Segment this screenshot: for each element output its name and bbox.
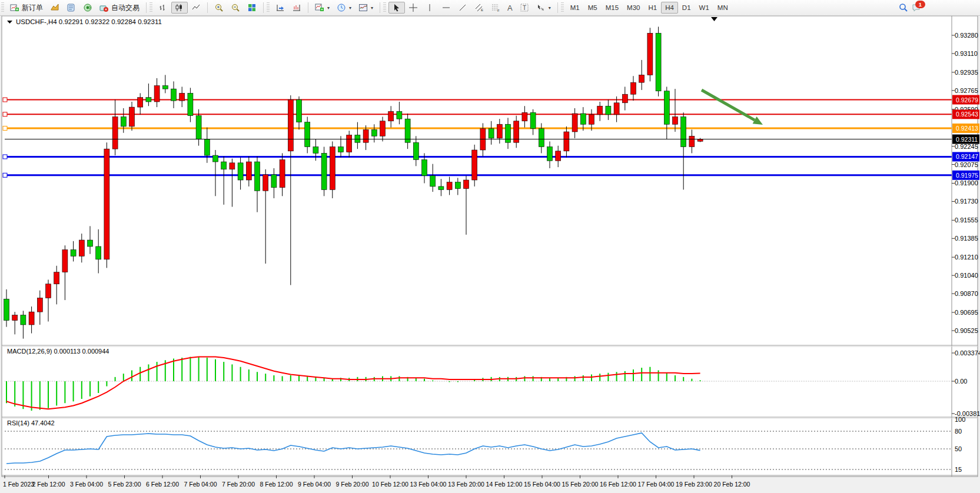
timeframe-group: M1M5M15M30H1H4D1W1MN bbox=[565, 1, 733, 15]
mt4-terminal-window: { "toolbar": { "new_order_label": "新订单",… bbox=[0, 0, 980, 493]
timeframe-button-M5[interactable]: M5 bbox=[584, 2, 602, 14]
tile-windows-icon bbox=[247, 3, 257, 12]
price-level-handle[interactable] bbox=[3, 98, 7, 102]
current-price-label: 0.92311 bbox=[956, 136, 978, 143]
candle bbox=[321, 153, 327, 189]
new-order-button[interactable]: 新订单 bbox=[6, 2, 46, 14]
chart-shift-button[interactable] bbox=[288, 2, 305, 14]
zoom-group bbox=[210, 1, 261, 15]
trendline-button[interactable] bbox=[454, 2, 471, 14]
candle bbox=[388, 111, 394, 121]
candle bbox=[564, 132, 569, 151]
timeframe-button-M30[interactable]: M30 bbox=[623, 2, 644, 14]
zoom-in-button[interactable] bbox=[211, 2, 227, 14]
macd-axis-label: 0.003374 bbox=[955, 349, 980, 357]
scroll-group bbox=[271, 1, 306, 15]
toolbar-grip[interactable] bbox=[1, 2, 4, 13]
svg-text:E: E bbox=[481, 8, 483, 12]
candle bbox=[96, 246, 101, 259]
candle bbox=[238, 163, 243, 180]
time-tick-label: 9 Feb 04:00 bbox=[298, 481, 331, 488]
auto-trading-button[interactable]: 自动交易 bbox=[96, 2, 143, 14]
dropdown-caret: ▾ bbox=[349, 5, 351, 11]
fibonacci-button[interactable]: F bbox=[487, 2, 504, 14]
zoom-out-button[interactable] bbox=[227, 2, 244, 14]
macd-label: MACD(12,26,9) 0.000113 0.000944 bbox=[7, 348, 109, 355]
price-tick-label: 0.91385 bbox=[955, 235, 978, 242]
candle bbox=[673, 116, 678, 124]
label-tool-button[interactable]: T bbox=[516, 2, 533, 14]
text-tool-button[interactable]: A bbox=[504, 2, 516, 14]
candle bbox=[54, 272, 59, 284]
timeframe-button-W1[interactable]: W1 bbox=[695, 2, 713, 14]
indicators-button[interactable]: ▾ bbox=[311, 2, 333, 14]
price-level-handle[interactable] bbox=[3, 112, 7, 116]
candle bbox=[246, 162, 251, 180]
svg-text:T: T bbox=[523, 5, 526, 11]
chart-background bbox=[2, 16, 978, 477]
crosshair-icon bbox=[408, 3, 418, 12]
time-tick-label: 16 Feb 12:00 bbox=[600, 481, 636, 488]
candle bbox=[313, 147, 318, 154]
chart-window: 0.932800.931100.929350.927650.925900.922… bbox=[0, 15, 980, 493]
candle bbox=[255, 162, 260, 191]
line-chart-button[interactable] bbox=[188, 2, 204, 14]
timeframe-button-M1[interactable]: M1 bbox=[566, 2, 584, 14]
candlestick-chart-button[interactable] bbox=[171, 2, 188, 14]
price-level-handle[interactable] bbox=[3, 126, 7, 130]
time-tick-label: 17 Feb 04:00 bbox=[638, 481, 675, 488]
templates-button[interactable]: ▾ bbox=[355, 2, 377, 14]
notifications-button[interactable]: 1 bbox=[912, 3, 921, 12]
timeframe-button-H4[interactable]: H4 bbox=[661, 2, 678, 14]
candle bbox=[656, 33, 661, 91]
auto-scroll-button[interactable] bbox=[272, 2, 288, 14]
arrows-tool-button[interactable]: ▾ bbox=[533, 2, 554, 14]
signals-button[interactable] bbox=[79, 2, 96, 14]
chart-shift-icon bbox=[292, 3, 301, 12]
cursor-button[interactable] bbox=[388, 2, 405, 14]
candle bbox=[305, 122, 310, 147]
candle bbox=[338, 147, 344, 152]
candle bbox=[506, 124, 511, 142]
periods-button[interactable]: ▾ bbox=[333, 2, 355, 14]
search-icon[interactable] bbox=[899, 3, 908, 12]
tile-windows-button[interactable] bbox=[244, 2, 260, 14]
equidistant-channel-button[interactable]: E bbox=[471, 2, 487, 14]
candle bbox=[639, 75, 645, 82]
time-tick-label: 13 Feb 04:00 bbox=[410, 481, 447, 488]
candle bbox=[188, 93, 193, 115]
horizontal-line-icon bbox=[441, 3, 451, 12]
timeframe-button-M15[interactable]: M15 bbox=[602, 2, 623, 14]
timeframe-button-D1[interactable]: D1 bbox=[678, 2, 695, 14]
dropdown-caret: ▾ bbox=[327, 5, 330, 11]
timeframe-button-H1[interactable]: H1 bbox=[644, 2, 661, 14]
price-tick-label: 0.90695 bbox=[955, 309, 978, 316]
candle bbox=[79, 240, 84, 256]
arrows-tool-icon bbox=[536, 3, 546, 12]
bar-chart-button[interactable] bbox=[155, 2, 171, 14]
candle bbox=[171, 89, 177, 101]
main-toolbar: 新订单 自动交易 bbox=[0, 0, 980, 16]
candle bbox=[556, 151, 561, 161]
usdchf-h4-chart[interactable]: 0.932800.931100.929350.927650.925900.922… bbox=[0, 15, 980, 493]
new-order-icon bbox=[10, 3, 19, 12]
line-chart-icon bbox=[191, 3, 201, 12]
price-level-label: 0.92147 bbox=[956, 153, 978, 160]
chart-list-button[interactable] bbox=[46, 2, 63, 14]
horizontal-line-button[interactable] bbox=[438, 2, 454, 14]
crosshair-button[interactable] bbox=[405, 2, 421, 14]
profiles-button[interactable] bbox=[63, 2, 79, 14]
candle bbox=[614, 103, 619, 115]
candle bbox=[46, 284, 51, 298]
timeframe-button-MN[interactable]: MN bbox=[713, 2, 732, 14]
auto-trading-label: 自动交易 bbox=[111, 3, 139, 13]
time-tick-label: 15 Feb 04:00 bbox=[524, 481, 560, 488]
label-tool-icon: T bbox=[520, 3, 529, 12]
candle bbox=[631, 82, 636, 94]
price-level-handle[interactable] bbox=[3, 173, 7, 177]
price-level-handle[interactable] bbox=[3, 155, 7, 159]
vertical-line-button[interactable] bbox=[421, 2, 438, 14]
candle bbox=[138, 98, 143, 107]
rsi-level-label: 50 bbox=[955, 445, 962, 452]
candle bbox=[681, 116, 686, 146]
